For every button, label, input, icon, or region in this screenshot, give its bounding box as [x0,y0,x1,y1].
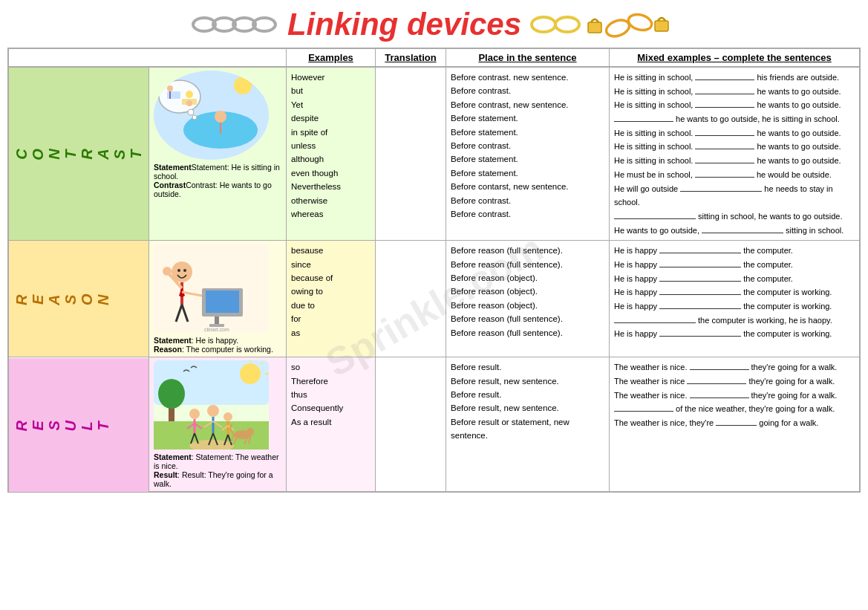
contrast-row: C O N T R A S T [8,67,860,241]
svg-point-33 [163,267,172,276]
chain-left-icon [191,10,280,39]
svg-point-11 [234,77,252,94]
contrast-mixed-cell: He is sitting in school, his friends are… [610,67,861,241]
result-illustration [154,360,269,450]
svg-point-69 [247,428,254,435]
contrast-image-cell: StatementStatement: He is sitting in sch… [149,67,287,241]
svg-point-22 [186,91,193,98]
contrast-svg [154,71,269,160]
result-examples-cell: so Therefore thus Consequently As a resu… [287,357,376,493]
contrast-label-cell: C O N T R A S T [8,67,149,241]
svg-rect-9 [655,21,668,31]
header-examples: Examples [287,48,376,67]
result-statement: Statement: Statement: The weather is nic… [154,452,281,488]
reason-place-cell: Before reason (full sentence). Before re… [446,241,610,357]
result-svg [154,360,269,450]
svg-point-42 [240,363,261,384]
contrast-examples-cell: However but Yet despite in spite of unle… [287,67,376,241]
svg-point-56 [207,405,219,417]
reason-translation-cell [376,241,446,357]
svg-point-50 [189,409,200,419]
svg-rect-26 [206,291,239,313]
header-place: Place in the sentence [446,48,610,67]
reason-examples-cell: besause since because of owing to due to… [287,241,376,357]
svg-point-8 [627,12,653,33]
header-translation: Translation [376,48,446,67]
contrast-statement: StatementStatement: He is sitting in sch… [154,163,281,198]
title-row: Linking devices [7,6,861,43]
chain-right-icon [529,6,677,43]
result-place-cell: Before result. Before result, new senten… [446,357,610,493]
svg-point-19 [167,85,173,91]
svg-point-5 [555,17,579,32]
page-title: Linking devices [287,7,521,42]
contrast-illustration [154,71,269,160]
svg-line-44 [261,363,263,364]
result-label-cell: R E S U L T [8,357,149,493]
svg-point-47 [158,379,185,409]
contrast-label: C O N T R A S T [13,71,144,237]
reason-illustration: clinart.com [154,244,269,333]
header-mixed: Mixed examples – complete the sentences [610,48,861,67]
svg-point-23 [186,100,192,106]
result-translation-cell [376,357,446,493]
svg-point-62 [223,412,232,421]
svg-point-13 [215,111,226,123]
svg-point-37 [177,269,180,272]
result-image-cell: Statement: Statement: The weather is nic… [149,357,287,493]
result-mixed-cell: The weather is nice. they're going for a… [610,357,861,493]
svg-point-4 [532,17,555,32]
reason-label-cell: R E A S O N [8,241,149,357]
reason-label: R E A S O N [13,244,111,354]
reason-svg: clinart.com [154,244,269,333]
contrast-place-cell: Before contrast. new sentence. Before co… [446,67,610,241]
svg-rect-6 [588,22,601,33]
contrast-translation-cell [376,67,446,241]
reason-statement: Statement: He is happy. Reason: The comp… [154,336,281,354]
contrast-examples-list: However but Yet despite in spite of unle… [291,71,371,221]
main-table: Examples Translation Place in the senten… [7,48,861,493]
svg-rect-27 [215,317,219,324]
reason-image-cell: clinart.com Statement: He is happy. Reas… [149,241,287,357]
svg-rect-18 [167,91,180,99]
svg-point-38 [183,269,186,272]
result-label: R E S U L T [13,361,111,489]
header-spacer [8,48,287,67]
svg-point-16 [188,109,194,115]
result-row: R E S U L T [8,357,860,493]
reason-mixed-cell: He is happy the computer. He is happy th… [610,241,861,357]
reason-row: R E A S O N [8,241,860,357]
svg-text:clinart.com: clinart.com [204,327,229,332]
svg-point-17 [192,115,197,120]
